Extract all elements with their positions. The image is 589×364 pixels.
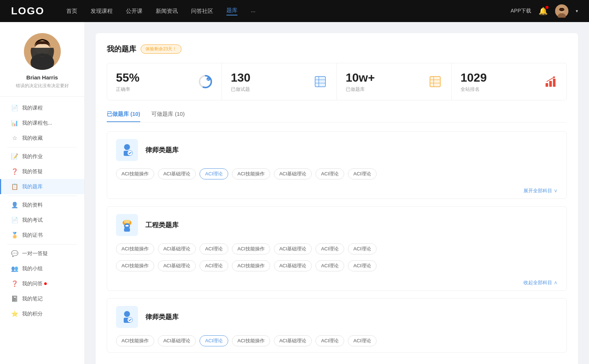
navbar-dropdown-arrow[interactable]: ▾ — [576, 8, 578, 14]
bank-header-lawyer-1: 律师类题库 — [107, 132, 567, 168]
sidebar-item-qa[interactable]: ❓ 我的答疑 — [0, 164, 84, 179]
bank-tag[interactable]: ACI理论 — [315, 168, 344, 179]
bank-tag[interactable]: ACI基础理论 — [274, 243, 312, 254]
sidebar-item-certificate[interactable]: 🏅 我的证书 — [0, 228, 84, 243]
sidebar-item-notes[interactable]: 📓 我的笔记 — [0, 291, 84, 306]
stat-done-questions-label: 已做试题 — [231, 86, 308, 93]
tabs-row: 已做题库 (10) 可做题库 (10) — [107, 111, 567, 122]
sidebar-item-points[interactable]: ⭐ 我的积分 — [0, 306, 84, 321]
sidebar-item-coursepackage[interactable]: 📊 我的课程包... — [0, 115, 84, 131]
bank-tag[interactable]: ACI技能操作 — [116, 243, 154, 254]
nav-news[interactable]: 新闻资讯 — [156, 8, 178, 15]
bank-tag[interactable]: ACI基础理论 — [158, 260, 196, 271]
bank-title-engineer: 工程类题库 — [145, 221, 179, 229]
sidebar-motto: 错误的决定比没有决定要好 — [16, 83, 69, 89]
bank-section-lawyer-2: 律师类题库 ACI技能操作 ACI基础理论 ACI理论 ACI技能操作 ACI基… — [107, 298, 567, 353]
course-icon: 📄 — [11, 104, 18, 111]
bank-collapse-engineer[interactable]: 收起全部科目 ∧ — [107, 277, 567, 290]
page-header: 我的题库 体验剩余23天！ — [107, 44, 567, 54]
bank-tags-engineer-row2: ACI技能操作 ACI基础理论 ACI理论 ACI技能操作 ACI基础理论 AC… — [107, 260, 567, 277]
bank-tag[interactable]: ACI技能操作 — [116, 168, 154, 179]
bank-tag[interactable]: ACI基础理论 — [274, 168, 312, 179]
app-download-button[interactable]: APP下载 — [511, 8, 531, 14]
bank-tag[interactable]: ACI技能操作 — [232, 168, 270, 179]
exam-icon: 📄 — [11, 217, 18, 224]
bank-tag[interactable]: ACI理论 — [348, 260, 377, 271]
tab-available[interactable]: 可做题库 (10) — [151, 111, 185, 122]
svg-point-33 — [124, 311, 130, 317]
bank-tag[interactable]: ACI理论 — [315, 243, 344, 254]
bank-tag[interactable]: ACI技能操作 — [232, 260, 270, 271]
nav-more[interactable]: ··· — [251, 8, 255, 14]
stat-accuracy-label: 正确率 — [116, 86, 193, 93]
stat-ranking-group: 1029 全站排名 — [461, 71, 538, 93]
logo[interactable]: LOGO — [11, 5, 44, 17]
bank-expand-lawyer-1[interactable]: 展开全部科目 ∨ — [107, 185, 567, 199]
svg-text:✓: ✓ — [207, 78, 209, 81]
bank-tags-engineer-row1: ACI技能操作 ACI基础理论 ACI理论 ACI技能操作 ACI基础理论 AC… — [107, 243, 567, 260]
bank-tag[interactable]: ACI技能操作 — [116, 260, 154, 271]
sidebar-item-favorites[interactable]: ☆ 我的收藏 — [0, 131, 84, 146]
svg-rect-22 — [549, 81, 552, 87]
nav-qa[interactable]: 问答社区 — [191, 8, 213, 15]
stat-done-questions-value: 130 — [231, 71, 308, 85]
bank-title-lawyer-2: 律师类题库 — [145, 313, 179, 321]
profile-icon: 👤 — [11, 201, 18, 208]
page-wrapper: Brian Harris 错误的决定比没有决定要好 📄 我的课程 📊 我的课程包… — [0, 22, 589, 364]
bank-tag[interactable]: ACI基础理论 — [274, 335, 312, 346]
nav-discover[interactable]: 发现课程 — [91, 8, 113, 15]
bank-tag[interactable]: ACI理论 — [315, 260, 344, 271]
sidebar-item-homework[interactable]: 📝 我的作业 — [0, 149, 84, 164]
stat-done-banks-label: 已做题库 — [346, 86, 423, 93]
bank-tag[interactable]: ACI基础理论 — [158, 335, 196, 346]
divider-1 — [7, 147, 77, 147]
page-title: 我的题库 — [107, 44, 136, 54]
svg-point-25 — [124, 144, 130, 150]
nav-links: 首页 发现课程 公开课 新闻资讯 问答社区 题库 ··· — [66, 7, 511, 15]
1on1-icon: 💬 — [11, 250, 18, 257]
notification-bell[interactable]: 🔔 — [539, 7, 548, 15]
bank-tag[interactable]: ACI理论 — [348, 243, 377, 254]
stat-done-questions-group: 130 已做试题 — [231, 71, 308, 93]
bank-icon-lawyer-1 — [116, 139, 138, 161]
tab-done[interactable]: 已做题库 (10) — [107, 111, 140, 122]
sidebar-item-questionbank[interactable]: 📋 我的题库 — [0, 179, 84, 194]
sidebar-item-1on1[interactable]: 💬 一对一答疑 — [0, 246, 84, 261]
bank-tags-lawyer-2: ACI技能操作 ACI基础理论 ACI理论 ACI技能操作 ACI基础理论 AC… — [107, 335, 567, 352]
bank-tag[interactable]: ACI理论 — [348, 168, 377, 179]
bank-tag[interactable]: ACI基础理论 — [274, 260, 312, 271]
certificate-icon: 🏅 — [11, 232, 18, 239]
nav-questionbank[interactable]: 题库 — [226, 7, 237, 15]
bank-icon-lawyer-2 — [116, 306, 138, 328]
bank-tag[interactable]: ACI技能操作 — [232, 243, 270, 254]
divider-2 — [7, 196, 77, 196]
avatar[interactable] — [555, 4, 568, 18]
nav-opencourse[interactable]: 公开课 — [126, 8, 142, 15]
accuracy-icon: ✓ — [198, 74, 213, 89]
bank-tag[interactable]: ACI理论 — [200, 243, 228, 254]
bank-tag[interactable]: ACI技能操作 — [232, 335, 270, 346]
bank-header-engineer: 工程类题库 — [107, 207, 567, 243]
bank-tag[interactable]: ACI基础理论 — [158, 168, 196, 179]
stat-accuracy: 55% 正确率 ✓ — [107, 63, 222, 100]
bank-tags-lawyer-1: ACI技能操作 ACI基础理论 ACI理论 ACI技能操作 ACI基础理论 AC… — [107, 168, 567, 185]
stat-ranking: 1029 全站排名 — [452, 63, 567, 100]
svg-rect-32 — [126, 225, 128, 226]
bank-tag-active[interactable]: ACI理论 — [200, 335, 228, 346]
bank-tag[interactable]: ACI技能操作 — [116, 335, 154, 346]
sidebar: Brian Harris 错误的决定比没有决定要好 📄 我的课程 📊 我的课程包… — [0, 22, 85, 364]
sidebar-item-mycourse[interactable]: 📄 我的课程 — [0, 100, 84, 115]
sidebar-item-profile[interactable]: 👤 我的资料 — [0, 197, 84, 213]
stat-ranking-value: 1029 — [461, 71, 538, 85]
myqa-badge — [44, 282, 47, 285]
bank-tag[interactable]: ACI理论 — [200, 260, 228, 271]
nav-home[interactable]: 首页 — [66, 8, 77, 15]
sidebar-item-myqa[interactable]: ❓ 我的问答 — [0, 276, 84, 291]
bank-tag[interactable]: ACI基础理论 — [158, 243, 196, 254]
bank-tag[interactable]: ACI理论 — [315, 335, 344, 346]
bank-tag-active[interactable]: ACI理论 — [200, 168, 228, 179]
sidebar-item-group[interactable]: 👥 我的小组 — [0, 261, 84, 276]
questionbank-icon: 📋 — [11, 183, 18, 190]
sidebar-item-exam[interactable]: 📄 我的考试 — [0, 213, 84, 228]
bank-tag[interactable]: ACI理论 — [348, 335, 377, 346]
